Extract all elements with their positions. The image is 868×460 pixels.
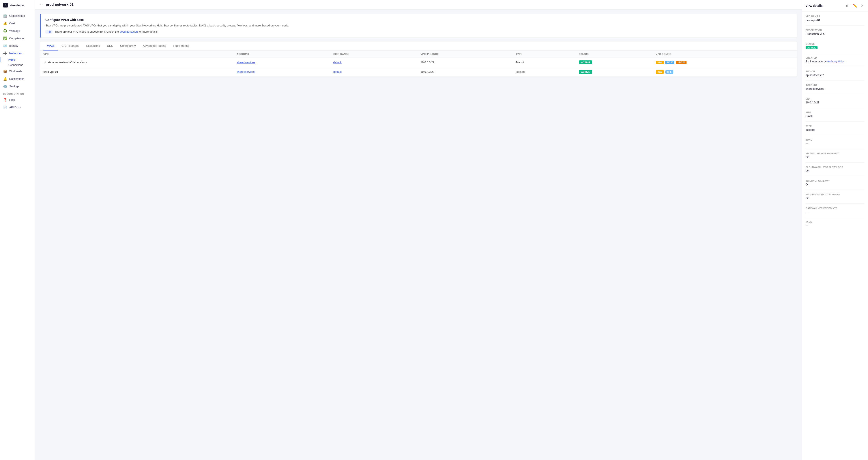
sidebar-label-api-docs: API Docs [9,106,21,109]
sidebar-label-networks: Networks [9,52,22,55]
detail-description: DESCRIPTION Production VPC [806,29,865,35]
details-panel-title: VPC details [806,4,823,7]
sidebar-item-api-docs[interactable]: 📄 API Docs [0,104,35,111]
documentation-link[interactable]: documentation [120,30,138,33]
detail-vpc-name: VPC NAME ℹ prod-vpc-01 [806,15,865,22]
sidebar-item-settings[interactable]: ⚙️ Settings [0,83,35,90]
badge-cfl-2: CFL [665,70,673,74]
tip-banner-heading: Configure VPCs with ease [45,18,793,22]
info-icon[interactable]: ℹ [819,15,820,18]
content-area: Configure VPCs with ease Stax VPCs are p… [35,9,802,460]
sidebar-sub-hubs[interactable]: Hubs [0,57,35,62]
sidebar-label-organization: Organization [9,14,25,18]
detail-size: SIZE Small [806,111,865,118]
tab-vpcs[interactable]: VPCs [43,41,58,51]
detail-value-type: Isolated [806,128,865,131]
tip-text: There are four VPC types to choose from.… [55,30,158,33]
cell-config-1: IGW NGW VPGW [652,58,797,67]
sidebar-item-organization[interactable]: 🏢 Organization [0,12,35,20]
sidebar-nav: 🏢 Organization 💰 Cost ♻️ Wastage ✅ Compl… [0,10,35,460]
details-panel-body: VPC NAME ℹ prod-vpc-01 DESCRIPTION Produ… [802,11,868,231]
detail-status: STATUS ACTIVE [806,43,865,50]
status-badge-2: ACTIVE [579,70,592,74]
badge-igw-1: IGW [656,61,664,64]
badge-ngw-1: NGW [665,61,674,64]
sidebar-item-compliance[interactable]: ✅ Compliance [0,35,35,42]
tab-advanced-routing[interactable]: Advanced Routing [140,41,170,51]
logo-icon: S [3,3,8,7]
cell-status-2: ACTIVE [576,67,652,77]
detail-zone: ZONE — [806,139,865,145]
delete-button[interactable]: 🗑 [845,3,850,8]
main-content: ← prod-network-01 Configure VPCs with ea… [35,0,802,460]
detail-value-vpg: Off [806,156,865,159]
sidebar-item-cost[interactable]: 💰 Cost [0,20,35,27]
detail-value-created: 8 minutes ago by Anthony Vido [806,60,865,63]
tip-banner-body: Stax VPCs are pre-configured AWS VPCs th… [45,23,793,28]
detail-value-vpc-name: prod-vpc-01 [806,19,865,22]
detail-value-tags: — [806,224,865,227]
vpc-table-wrapper: VPC ACCOUNT CIDR RANGE VPC IP RANGE TYPE… [40,51,797,76]
sidebar-label-notifications: Notifications [9,78,24,81]
back-button[interactable]: ← [40,3,43,7]
detail-value-redundant-nat: Off [806,197,865,200]
divider [806,53,865,53]
tab-cidr-ranges[interactable]: CIDR Ranges [58,41,83,51]
badge-igw-2: IGW [656,70,664,74]
divider [806,149,865,149]
sidebar-label-compliance: Compliance [9,37,24,40]
detail-type: TYPE Isolated [806,125,865,131]
sidebar-item-workloads[interactable]: 📦 Workloads [0,68,35,75]
tabs-container: VPCs CIDR Ranges Exclusions DNS Connecti… [40,41,798,77]
tab-dns[interactable]: DNS [103,41,117,51]
sidebar-sub-label-connections: Connections [8,63,23,67]
cidr-link-2[interactable]: default [334,70,342,73]
detail-cidr: CIDR 10.0.4.0/23 [806,98,865,104]
tab-connectivity[interactable]: Connectivity [117,41,140,51]
details-panel-header: VPC details 🗑 ✏️ ✕ [802,0,868,11]
table-header-row: VPC ACCOUNT CIDR RANGE VPC IP RANGE TYPE… [40,51,797,58]
tabs-header: VPCs CIDR Ranges Exclusions DNS Connecti… [40,41,797,51]
created-by-link[interactable]: Anthony Vido [827,60,843,63]
sidebar-sub-connections[interactable]: Connections [0,62,35,68]
edit-button[interactable]: ✏️ [852,3,858,8]
account-link-2[interactable]: sharedservices [237,70,255,73]
sidebar-label-identity: Identity [9,44,18,48]
detail-redundant-nat: REDUNDANT NAT GATEWAYS Off [806,193,865,200]
sidebar-item-identity[interactable]: 🪪 Identity [0,42,35,50]
table-row: ⇄ stax-prod-network-01-transit-vpc share… [40,58,797,67]
sidebar-label-wastage: Wastage [9,29,20,32]
detail-created: CREATED 8 minutes ago by Anthony Vido [806,57,865,63]
detail-value-description: Production VPC [806,32,865,35]
api-docs-icon: 📄 [3,105,7,110]
detail-region: REGION ap-southeast-2 [806,70,865,77]
cidr-link-1[interactable]: default [334,61,342,64]
cell-account-1: sharedservices [233,58,330,67]
tab-exclusions[interactable]: Exclusions [83,41,103,51]
compliance-icon: ✅ [3,36,7,40]
close-button[interactable]: ✕ [860,3,865,8]
detail-internet-gateway: INTERNET GATEWAY On [806,180,865,186]
sidebar-item-notifications[interactable]: 🔔 Notifications [0,75,35,83]
detail-cloudwatch: CLOUDWATCH VPC FLOW LOGS On [806,166,865,173]
detail-value-internet-gateway: On [806,183,865,186]
cell-status-1: ACTIVE [576,58,652,67]
sidebar-item-help[interactable]: ❓ Help [0,96,35,104]
sidebar-label-cost: Cost [9,22,15,25]
workloads-icon: 📦 [3,69,7,73]
divider [806,135,865,135]
sidebar-item-networks[interactable]: ➕ Networks [0,50,35,57]
col-header-status: STATUS [576,51,652,58]
col-header-vpc: VPC [40,51,233,58]
identity-icon: 🪪 [3,44,7,48]
account-link-1[interactable]: sharedservices [237,61,255,64]
organization-icon: 🏢 [3,14,7,18]
wastage-icon: ♻️ [3,29,7,33]
app-logo: S stax-demo [0,0,35,10]
sidebar-item-wastage[interactable]: ♻️ Wastage [0,27,35,35]
tip-banner-footer: Tip There are four VPC types to choose f… [45,30,793,33]
detail-vpg: VIRTUAL PRIVATE GATEWAY Off [806,152,865,159]
cell-vpc-name-2: prod-vpc-01 [40,67,233,77]
tab-hub-peering[interactable]: Hub Peering [170,41,193,51]
cell-cidr-range-2: default [330,67,417,77]
